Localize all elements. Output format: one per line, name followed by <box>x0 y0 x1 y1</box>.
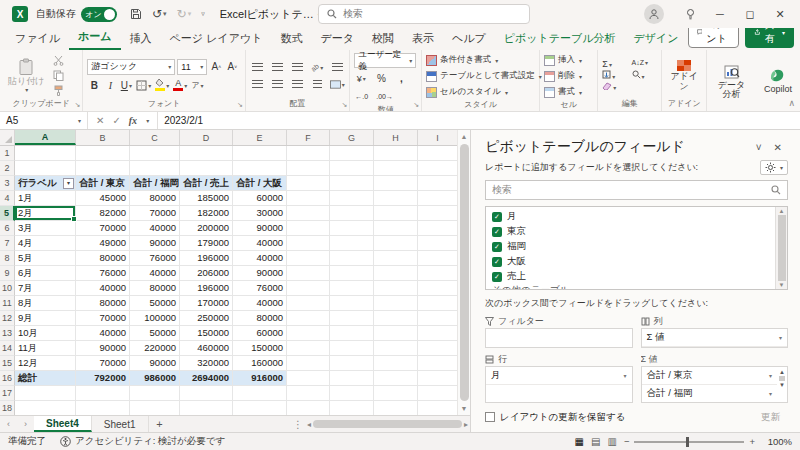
cell-F9[interactable] <box>287 266 330 281</box>
scroll-down-icon[interactable]: ▼ <box>779 382 785 388</box>
cell-H10[interactable] <box>374 281 418 296</box>
cell-D4[interactable]: 185000 <box>180 191 233 206</box>
undo-button[interactable]: ↺▾ <box>147 5 172 23</box>
row-header-4[interactable]: 4 <box>0 191 15 206</box>
cell-D16[interactable]: 2694000 <box>180 371 233 386</box>
cell-D15[interactable]: 320000 <box>180 356 233 371</box>
sheet-options-icon[interactable]: ⋮ <box>291 416 305 432</box>
cell-G7[interactable] <box>330 236 374 251</box>
fill-button[interactable]: ▾ <box>602 70 625 81</box>
decrease-font-button[interactable]: A˅ <box>225 59 239 74</box>
cell-E5[interactable]: 30000 <box>233 206 287 221</box>
phonetic-guide-button[interactable]: ア▾ <box>190 78 204 93</box>
cell-E7[interactable]: 40000 <box>233 236 287 251</box>
field-list-scroll-thumb[interactable] <box>778 215 786 281</box>
find-select-button[interactable]: ▾ <box>632 70 658 81</box>
cell-C11[interactable]: 50000 <box>130 296 180 311</box>
cell-A12[interactable]: 9月 <box>15 311 76 326</box>
row-header-16[interactable]: 16 <box>0 371 15 386</box>
cell-C9[interactable]: 40000 <box>130 266 180 281</box>
cell-H12[interactable] <box>374 311 418 326</box>
cell-B9[interactable]: 76000 <box>76 266 130 281</box>
column-header-A[interactable]: A <box>15 130 76 145</box>
values-scrollbar[interactable]: ▲ ▼ <box>777 367 787 402</box>
cell-A6[interactable]: 3月 <box>15 221 76 236</box>
cell-F10[interactable] <box>287 281 330 296</box>
scroll-left-icon[interactable]: ◂ <box>307 420 311 429</box>
column-header-I[interactable]: I <box>418 130 457 145</box>
sheet-tab-Sheet1[interactable]: Sheet1 <box>92 416 149 432</box>
cell-I16[interactable] <box>418 371 457 386</box>
cell-B5[interactable]: 82000 <box>76 206 130 221</box>
ribbon-tab[interactable]: データ <box>311 28 363 50</box>
row-header-5[interactable]: 5 <box>0 206 15 221</box>
name-box[interactable]: A5 ▾ <box>0 112 88 129</box>
cell-E11[interactable]: 40000 <box>233 296 287 311</box>
defer-layout-checkbox[interactable]: レイアウトの更新を保留する <box>485 411 753 424</box>
cell-F11[interactable] <box>287 296 330 311</box>
scroll-down-icon[interactable]: ▼ <box>461 402 468 415</box>
cell-F7[interactable] <box>287 236 330 251</box>
cell-E9[interactable]: 90000 <box>233 266 287 281</box>
area-field-chip[interactable]: 合計 / 東京▾ <box>642 367 778 385</box>
cell-G11[interactable] <box>330 296 374 311</box>
column-header-F[interactable]: F <box>287 130 330 145</box>
feature-ideas-button[interactable] <box>676 3 704 25</box>
cell-E15[interactable]: 160000 <box>233 356 287 371</box>
column-header-D[interactable]: D <box>180 130 233 145</box>
columns-area-box[interactable]: Σ 値▾ <box>641 328 789 348</box>
column-header-H[interactable]: H <box>374 130 418 145</box>
cell-D2[interactable] <box>180 161 233 176</box>
cell-F14[interactable] <box>287 341 330 356</box>
format-as-table-button[interactable]: テーブルとして書式設定▾ <box>426 69 535 83</box>
cell-H1[interactable] <box>374 146 418 161</box>
cell-F12[interactable] <box>287 311 330 326</box>
align-top-button[interactable] <box>250 61 265 74</box>
cell-D11[interactable]: 170000 <box>180 296 233 311</box>
number-dialog-launcher[interactable]: ↘ <box>413 101 419 109</box>
sheet-tab-Sheet4[interactable]: Sheet4 <box>34 416 92 432</box>
normal-view-button[interactable]: ▦ <box>575 436 584 447</box>
font-size-select[interactable]: 11▾ <box>177 59 207 75</box>
cell-F18[interactable] <box>287 401 330 415</box>
cell-H17[interactable] <box>374 386 418 401</box>
cell-C8[interactable]: 76000 <box>130 251 180 266</box>
cell-A13[interactable]: 10月 <box>15 326 76 341</box>
accessibility-status[interactable]: アクセシビリティ: 検討が必要です <box>60 435 225 448</box>
filter-dropdown-icon[interactable]: ▾ <box>63 178 74 189</box>
cell-E10[interactable]: 76000 <box>233 281 287 296</box>
cell-G9[interactable] <box>330 266 374 281</box>
font-color-button[interactable]: A ▾ <box>172 78 188 93</box>
horizontal-scrollbar[interactable]: ◂ ▸ <box>305 416 470 432</box>
cell-E17[interactable] <box>233 386 287 401</box>
row-header-9[interactable]: 9 <box>0 266 15 281</box>
cell-F16[interactable] <box>287 371 330 386</box>
cell-styles-button[interactable]: セルのスタイル▾ <box>426 85 535 99</box>
cell-F13[interactable] <box>287 326 330 341</box>
cell-F6[interactable] <box>287 221 330 236</box>
area-field-chip[interactable]: 月▾ <box>486 367 632 385</box>
cell-B14[interactable]: 90000 <box>76 341 130 356</box>
cell-B3[interactable]: 合計 / 東京 <box>76 176 130 191</box>
account-avatar[interactable] <box>644 4 664 24</box>
horizontal-scroll-thumb[interactable] <box>313 420 462 428</box>
cell-I9[interactable] <box>418 266 457 281</box>
sort-filter-button[interactable]: A↓Z▾ <box>632 59 658 69</box>
zoom-level[interactable]: 100% <box>762 436 792 447</box>
cell-D17[interactable] <box>180 386 233 401</box>
cell-I10[interactable] <box>418 281 457 296</box>
cell-C15[interactable]: 90000 <box>130 356 180 371</box>
insert-cells-button[interactable]: 挿入▾ <box>544 53 593 67</box>
cell-F1[interactable] <box>287 146 330 161</box>
cancel-entry-button[interactable]: ✕ <box>96 115 104 126</box>
cell-H2[interactable] <box>374 161 418 176</box>
chevron-down-icon[interactable]: ▾ <box>769 372 772 379</box>
cell-C2[interactable] <box>130 161 180 176</box>
cell-C7[interactable]: 90000 <box>130 236 180 251</box>
align-left-button[interactable] <box>250 78 265 91</box>
scroll-right-icon[interactable]: ▸ <box>464 420 468 429</box>
next-sheet-button[interactable]: › <box>17 416 34 432</box>
cell-H11[interactable] <box>374 296 418 311</box>
row-header-6[interactable]: 6 <box>0 221 15 236</box>
cell-I12[interactable] <box>418 311 457 326</box>
